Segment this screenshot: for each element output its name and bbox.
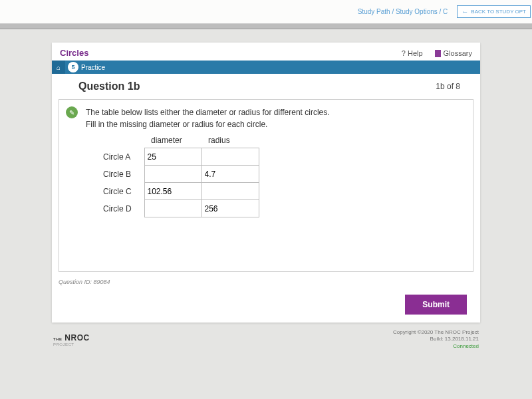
arrow-left-icon: ← (462, 8, 468, 15)
table-row: Circle B (103, 166, 259, 183)
circle-a-radius-input[interactable] (205, 150, 258, 164)
practice-label: Practice (81, 64, 110, 71)
circle-b-radius-input[interactable] (205, 167, 258, 182)
row-label-d: Circle D (103, 200, 144, 217)
pencil-icon: ✎ (66, 106, 78, 118)
question-id: Question ID: 89084 (52, 277, 480, 291)
table-row: Circle C (103, 183, 259, 200)
breadcrumb[interactable]: Study Path / Study Options / C (358, 8, 451, 15)
connection-status: Connected (393, 343, 479, 350)
question-content: ✎ The table below lists either the diame… (59, 99, 473, 272)
back-to-study-button[interactable]: ← BACK TO STUDY OPT (457, 5, 531, 18)
circle-b-diameter-input[interactable] (148, 167, 201, 182)
row-label-c: Circle C (103, 183, 144, 200)
step-badge: 5 (68, 62, 78, 72)
copyright: Copyright ©2020 The NROC Project (393, 329, 479, 336)
question-counter: 1b of 8 (436, 82, 460, 91)
book-icon (435, 50, 441, 57)
table-row: Circle D (103, 200, 259, 217)
divider (0, 24, 532, 29)
row-label-b: Circle B (103, 166, 144, 183)
circle-d-diameter-input[interactable] (148, 201, 201, 216)
build-info: Build: 13.2018.11.21 (393, 336, 479, 342)
circles-table: diameter radius Circle A Circle B Circle… (103, 134, 259, 217)
col-header-radius: radius (201, 134, 259, 148)
row-label-a: Circle A (103, 148, 144, 166)
table-row: Circle A (103, 148, 259, 166)
glossary-link[interactable]: Glossary (435, 49, 472, 57)
help-link[interactable]: Help (402, 49, 423, 57)
submit-button[interactable]: Submit (405, 295, 467, 315)
circle-a-diameter-input[interactable] (148, 150, 201, 164)
practice-bar: ⌂ 5 Practice (52, 61, 480, 74)
footer: THE NROC PROJECT Copyright ©2020 The NRO… (52, 323, 480, 350)
col-header-diameter: diameter (144, 134, 201, 148)
circle-c-diameter-input[interactable] (148, 184, 201, 199)
prompt-line-2: Fill in the missing diameter or radius f… (86, 118, 464, 130)
prompt-line-1: The table below lists either the diamete… (86, 106, 464, 118)
glossary-label: Glossary (444, 49, 472, 57)
question-card: Circles Help Glossary ⌂ 5 Practice Quest… (52, 43, 480, 323)
circle-d-radius-input[interactable] (205, 201, 258, 216)
back-label: BACK TO STUDY OPT (471, 9, 526, 15)
home-icon[interactable]: ⌂ (52, 61, 65, 74)
question-title: Question 1b (78, 80, 140, 92)
lesson-title: Circles (60, 48, 88, 58)
nroc-logo: THE NROC PROJECT (53, 333, 90, 346)
circle-c-radius-input[interactable] (205, 184, 258, 199)
